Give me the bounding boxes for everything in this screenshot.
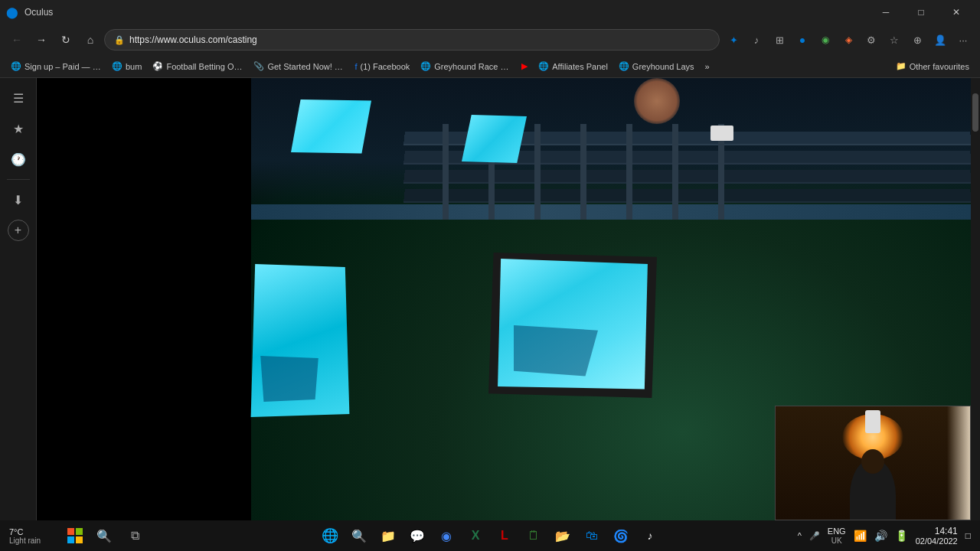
tray-battery-button[interactable]: 🔋 <box>892 528 911 543</box>
page-scrollbar[interactable] <box>971 78 980 520</box>
taskbar-search-button[interactable]: 🔍 <box>90 522 118 549</box>
files-icon: 📁 <box>381 529 396 543</box>
bookmark-signup-icon: 🌐 <box>11 61 21 71</box>
search-icon: 🔍 <box>96 529 112 543</box>
profile-button[interactable]: 👤 <box>929 29 951 51</box>
start-button[interactable] <box>63 523 87 548</box>
tray-volume-button[interactable]: 🔊 <box>871 528 890 543</box>
webcam-preview <box>775 406 971 520</box>
bookmark-football[interactable]: ⚽ Football Betting Od... <box>148 60 247 73</box>
taskbar-teams-button[interactable]: 💬 <box>403 522 431 549</box>
taskbar-lens-button[interactable]: L <box>491 522 518 549</box>
maximize-button[interactable]: □ <box>903 0 939 24</box>
bookmark-bum-icon: 🌐 <box>112 61 122 71</box>
taskbar-tiktok-button[interactable]: ♪ <box>636 522 664 549</box>
taskbar-files-button[interactable]: 📁 <box>374 522 402 549</box>
title-bar: ⬤ Oculus ─ □ ✕ <box>0 0 980 24</box>
tiktok-icon: ♪ <box>648 530 653 542</box>
tray-wifi-button[interactable]: 📶 <box>851 528 870 543</box>
refresh-button[interactable]: ↻ <box>55 29 77 51</box>
bookmark-greyhound-lays-label: Greyhound Lays <box>632 62 694 71</box>
back-button[interactable]: ← <box>6 29 28 51</box>
sidebar-history-button[interactable]: 🕐 <box>5 145 32 173</box>
lens-icon: L <box>501 529 508 543</box>
system-tray: ^ 🎤 ENG UK 📶 🔊 🔋 14:41 02/04/2022 □ <box>795 525 974 546</box>
scroll-thumb[interactable] <box>972 93 978 132</box>
dark-left-panel <box>37 78 251 520</box>
other-favourites-button[interactable]: 📁 Other favourites <box>891 60 974 73</box>
svg-rect-1 <box>76 528 83 535</box>
taskbar-msedge2-button[interactable]: 🌀 <box>607 522 635 549</box>
taskbar-chrome-button[interactable]: ◉ <box>433 522 460 549</box>
tray-mic-button[interactable]: 🎤 <box>806 530 823 543</box>
extension-orange-button[interactable]: ◈ <box>838 29 859 51</box>
weather-temperature: 7°C <box>9 527 23 536</box>
bookmark-bum[interactable]: 🌐 bum <box>107 60 146 73</box>
task-view-button[interactable]: ⧉ <box>121 522 149 549</box>
downloads-icon: ⬇ <box>13 193 23 207</box>
edge-icon: 🌐 <box>322 527 338 544</box>
sidebar-favorites-button[interactable]: ★ <box>5 115 32 142</box>
taskbar-search2-button[interactable]: 🔍 <box>345 522 373 549</box>
bookmark-getstarted[interactable]: 📎 Get Started Now! –... <box>249 60 348 73</box>
read-aloud-button[interactable]: ♪ <box>746 29 767 51</box>
svg-rect-2 <box>67 536 74 543</box>
webcam-scene <box>776 406 970 520</box>
titlebar-title: Oculus <box>24 7 53 18</box>
toolbar-extension-icons: ✦ ♪ ⊞ ● ◉ ◈ ⚙ ☆ ⊕ 👤 ··· <box>723 29 974 51</box>
taskbar-weather[interactable]: 7°C Light rain <box>6 527 60 545</box>
bookmarks-more-icon: » <box>705 62 710 71</box>
edge-extension-button[interactable]: ● <box>792 29 813 51</box>
minimize-button[interactable]: ─ <box>868 0 903 24</box>
bookmark-signup[interactable]: 🌐 Sign up – Paid — E... <box>6 60 106 73</box>
planner-icon: 🗒 <box>528 529 540 543</box>
taskbar-excel-button[interactable]: X <box>462 522 489 549</box>
lock-icon: 🔒 <box>114 35 125 45</box>
other-favs-label: Other favourites <box>910 62 969 71</box>
close-button[interactable]: ✕ <box>939 0 974 24</box>
more-menu-button[interactable]: ··· <box>952 29 974 51</box>
taskbar-edge-button[interactable]: 🌐 <box>316 522 344 549</box>
excel-icon: X <box>472 529 480 543</box>
bookmark-greyhound-race[interactable]: 🌐 Greyhound Race Ca... <box>416 60 515 73</box>
light-panel-3-frame <box>247 264 354 417</box>
extensions-button[interactable]: ⚙ <box>861 29 882 51</box>
sidebar-collections-button[interactable]: ☰ <box>5 84 32 112</box>
tray-overflow-button[interactable]: ^ <box>795 530 805 542</box>
wifi-icon: 📶 <box>854 530 867 542</box>
bookmark-affiliates[interactable]: 🌐 Affiliates Panel <box>534 60 612 73</box>
tray-lang-text: ENG UK <box>828 527 846 544</box>
bookmark-greyhound-lays[interactable]: 🌐 Greyhound Lays <box>614 60 699 73</box>
tray-notifications-button[interactable]: □ <box>962 529 974 543</box>
bookmark-facebook-label: (1) Facebook <box>360 62 410 71</box>
light-panel-4-frame <box>488 253 657 398</box>
svg-rect-3 <box>76 536 83 543</box>
taskbar-pinned-apps: 🌐 🔍 📁 💬 ◉ X L 🗒 📂 🛍 🌀 <box>316 522 664 549</box>
bookmark-youtube[interactable]: ▶ <box>517 60 532 73</box>
taskbar-store-button[interactable]: 🛍 <box>578 522 606 549</box>
taskbar-explorer-button[interactable]: 📂 <box>549 522 577 549</box>
collections-button[interactable]: ⊕ <box>906 29 928 51</box>
bookmark-youtube-icon: ▶ <box>521 61 528 71</box>
home-button[interactable]: ⌂ <box>80 29 101 51</box>
address-bar[interactable]: 🔒 https://www.oculus.com/casting <box>104 29 720 51</box>
favorites-button[interactable]: ☆ <box>884 29 905 51</box>
bookmark-football-label: Football Betting Od... <box>166 62 243 71</box>
extension-green-button[interactable]: ◉ <box>815 29 836 51</box>
store-icon: 🛍 <box>586 529 598 543</box>
bookmarks-more-button[interactable]: » <box>701 60 714 73</box>
sidebar-add-button[interactable]: + <box>8 220 29 241</box>
immersive-reader-button[interactable]: ⊞ <box>769 29 790 51</box>
bookmark-facebook-icon: f <box>354 62 357 71</box>
taskbar-planner-button[interactable]: 🗒 <box>520 522 547 549</box>
battery-icon: 🔋 <box>895 530 908 542</box>
forward-button[interactable]: → <box>31 29 52 51</box>
bookmark-facebook[interactable]: f (1) Facebook <box>350 60 414 73</box>
webcam-lamp <box>865 410 880 433</box>
webcam-curtain <box>947 406 970 520</box>
tray-lang-button[interactable]: ENG UK <box>825 525 849 546</box>
taskbar: 7°C Light rain 🔍 ⧉ 🌐 🔍 📁 💬 ◉ <box>0 520 980 551</box>
tray-datetime[interactable]: 14:41 02/04/2022 <box>913 526 961 546</box>
sidebar-downloads-button[interactable]: ⬇ <box>5 186 32 214</box>
copilot-button[interactable]: ✦ <box>723 29 744 51</box>
